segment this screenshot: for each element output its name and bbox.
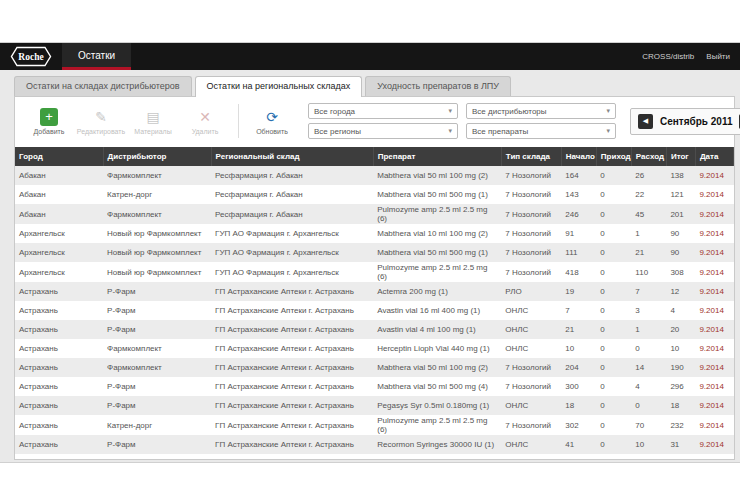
logout-link[interactable]: Выйти [706,52,730,61]
cell-city: Астрахань [15,358,103,377]
cell-city: Астрахань [15,396,103,415]
cell-drug: Avastin vial 4 ml 100 mg (1) [373,320,501,339]
tab-0[interactable]: Остатки на складах дистрибьютеров [14,76,192,96]
cell-out: 14 [631,358,666,377]
filter-drugs[interactable]: Все препараты▾ [466,123,616,139]
refresh-button[interactable]: ⟳Обновить [246,108,298,135]
cell-date: 9.2014 [695,415,733,435]
cell-type: ОНЛС [501,301,561,320]
tab-1[interactable]: Остатки на региональных складах [195,76,363,97]
cell-type: 7 Нозологий [501,243,561,262]
cell-drug: Pulmozyme amp 2.5 ml 2.5 mg (6) [373,204,501,224]
cell-in: 0 [596,339,631,358]
cell-drug: Pulmozyme amp 2.5 ml 2.5 mg (6) [373,262,501,282]
cell-start: 41 [561,435,596,454]
table-row[interactable]: АстраханьР-ФармГП Астраханские Аптеки г.… [15,377,734,396]
cell-type: 7 Нозологий [501,415,561,435]
cell-warehouse: Ресфармация г. Абакан [211,185,373,204]
filter-value: Все города [314,107,355,116]
cell-warehouse: ГП Астраханские Аптеки г. Астрахань [211,301,373,320]
table-row[interactable]: АстраханьФармкомплектГП Астраханские Апт… [15,358,734,377]
table-row[interactable]: АстраханьР-ФармГП Астраханские Аптеки г.… [15,320,734,339]
cell-in: 0 [596,415,631,435]
table-row[interactable]: АрхангельскНовый юр ФармкомплектГУП АО Ф… [15,243,734,262]
cell-warehouse: ГП Астраханские Аптеки г. Астрахань [211,435,373,454]
column-header[interactable]: Препарат [373,147,501,166]
cell-type: ОНЛС [501,435,561,454]
tabstrip: Остатки на складах дистрибьютеровОстатки… [0,70,740,96]
cell-warehouse: ГП Астраханские Аптеки г. Астрахань [211,320,373,339]
cell-warehouse: ГУП АО Фармация г. Архангельск [211,243,373,262]
tab-2[interactable]: Уходность препаратов в ЛПУ [365,76,511,96]
cell-total: 4 [666,301,695,320]
table-row[interactable]: АбаканФармкомплектРесфармация г. АбаканM… [15,166,734,185]
cell-city: Астрахань [15,282,103,301]
table-row[interactable]: АстраханьР-ФармГП Астраханские Аптеки г.… [15,396,734,415]
filter-distributors[interactable]: Все дистрибьюторы▾ [466,103,616,119]
table-row[interactable]: АстраханьР-ФармГП Астраханские Аптеки г.… [15,301,734,320]
column-header[interactable]: Дата [695,147,733,166]
cell-city: Абакан [15,185,103,204]
table-row[interactable]: АстраханьКатрен-доргГП Астраханские Апте… [15,415,734,435]
cell-start: 143 [561,185,596,204]
column-header[interactable]: Тип склада [501,147,561,166]
cell-out: 0 [631,396,666,415]
table-row[interactable]: АбаканКатрен-доргРесфармация г. АбаканMa… [15,185,734,204]
nav-item-ostatki[interactable]: Остатки [62,43,131,70]
cell-drug: Mabthera vial 50 ml 100 mg (2) [373,166,501,185]
cell-out: 45 [631,204,666,224]
column-header[interactable]: Итог [666,147,695,166]
prev-month-button[interactable]: ◀ [638,114,653,129]
cell-type: 7 Нозологий [501,166,561,185]
table-row[interactable]: АстраханьФармкомплектГП Астраханские Апт… [15,339,734,358]
column-header[interactable]: Расход [631,147,666,166]
filter-cities[interactable]: Все города▾ [308,103,458,119]
column-header[interactable]: Региональный склад [211,147,373,166]
column-header[interactable]: Город [15,147,103,166]
column-header[interactable]: Дистрибьютор [103,147,211,166]
cell-date: 9.2014 [695,377,733,396]
cell-total: 12 [666,282,695,301]
edit-button[interactable]: ✎Редактировать [75,108,127,135]
refresh-icon: ⟳ [263,108,281,126]
cell-type: 7 Нозологий [501,377,561,396]
toolbar-button-label: Материалы [134,128,171,135]
cell-in: 0 [596,224,631,243]
cell-start: 300 [561,377,596,396]
cell-out: 10 [631,435,666,454]
cell-in: 0 [596,262,631,282]
toolbar: +Добавить✎Редактировать▤Материалы✕Удалит… [15,97,734,144]
cell-drug: Pulmozyme amp 2.5 ml 2.5 mg (6) [373,415,501,435]
table-row[interactable]: АстраханьР-ФармГП Астраханские Аптеки г.… [15,282,734,301]
column-header[interactable]: Начало [561,147,596,166]
cell-distributor: Фармкомплект [103,358,211,377]
cell-in: 0 [596,282,631,301]
add-button[interactable]: +Добавить [23,108,75,135]
table-row[interactable]: АбаканФармкомплектРесфармация г. АбаканP… [15,204,734,224]
cell-drug: Recormon Syringes 30000 IU (1) [373,435,501,454]
materials-button[interactable]: ▤Материалы [127,108,179,135]
toolbar-button-label: Добавить [34,128,65,135]
cell-start: 302 [561,415,596,435]
delete-button[interactable]: ✕Удалить [179,108,231,135]
cell-start: 10 [561,339,596,358]
cell-type: ОНЛС [501,396,561,415]
cell-type: РЛО [501,282,561,301]
cell-distributor: Р-Фарм [103,282,211,301]
cell-start: 21 [561,320,596,339]
cell-out: 1 [631,320,666,339]
table-row[interactable]: АрхангельскНовый юр ФармкомплектГУП АО Ф… [15,262,734,282]
cell-date: 9.2014 [695,262,733,282]
cell-warehouse: ГП Астраханские Аптеки г. Астрахань [211,415,373,435]
cell-distributor: Фармкомплект [103,339,211,358]
filter-regions[interactable]: Все регионы▾ [308,123,458,139]
column-header[interactable]: Приход [596,147,631,166]
cell-drug: Mabthera vial 50 ml 500 mg (1) [373,243,501,262]
cell-warehouse: ГУП АО Фармация г. Архангельск [211,224,373,243]
table-row[interactable]: АстраханьР-ФармГП Астраханские Аптеки г.… [15,435,734,454]
chevron-down-icon: ▾ [448,107,452,115]
toolbar-button-label: Удалить [192,128,219,135]
cell-in: 0 [596,377,631,396]
table-row[interactable]: АрхангельскНовый юр ФармкомплектГУП АО Ф… [15,224,734,243]
cell-date: 9.2014 [695,185,733,204]
